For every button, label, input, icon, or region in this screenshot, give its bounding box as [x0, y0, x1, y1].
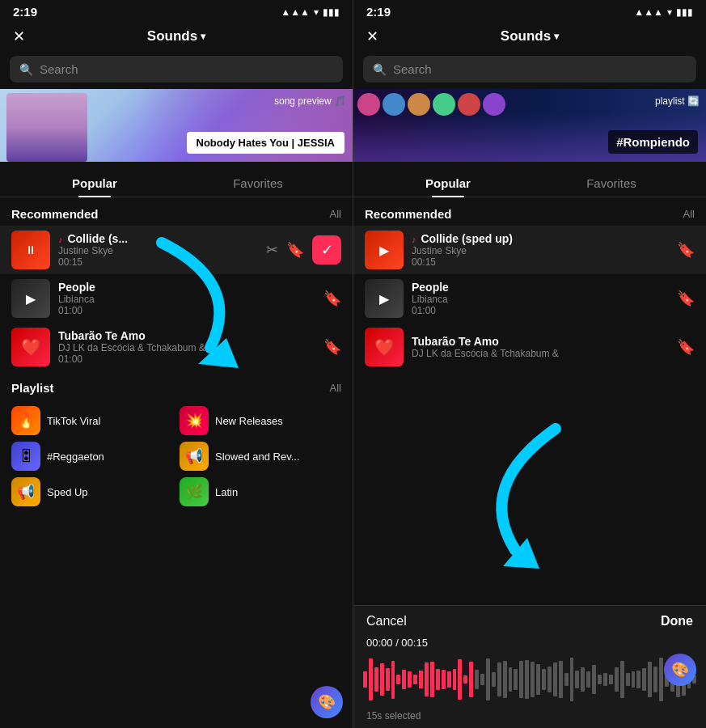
- left-banner[interactable]: song preview 🎵 Nobody Hates You | JESSIA: [0, 89, 353, 162]
- left-tab-popular[interactable]: Popular: [13, 168, 176, 197]
- left-collide-info: ♪ Collide (s... Justine Skye 00:15: [58, 232, 258, 268]
- left-playlist-icon-sped: 📢: [11, 477, 40, 506]
- left-close-button[interactable]: ✕: [13, 28, 25, 45]
- left-thumb-people: ▶: [11, 279, 50, 318]
- right-play-icon-people: ▶: [379, 291, 389, 307]
- right-collide-name: ♪ Collide (sped up): [412, 232, 669, 245]
- right-thumb-tubarao: ❤️: [365, 328, 404, 366]
- right-waveform[interactable]: [353, 655, 706, 704]
- left-playlist-all[interactable]: All: [330, 382, 341, 394]
- right-note-icon: ♪: [412, 235, 416, 244]
- right-editor-controls: Cancel Done: [353, 606, 706, 633]
- right-song-collide[interactable]: ▶ ♪ Collide (sped up) Justine Skye 00:15…: [353, 226, 706, 274]
- left-note-icon: ♪: [58, 235, 63, 244]
- left-bottom-avatar[interactable]: 🎨: [311, 686, 343, 718]
- left-playlist-tiktok[interactable]: 🔥 TikTok Viral: [11, 406, 173, 435]
- left-playlist-name-latin: Latin: [215, 486, 238, 498]
- right-bookmark-collide[interactable]: 🔖: [677, 241, 695, 259]
- left-search-icon: 🔍: [19, 63, 33, 76]
- right-close-button[interactable]: ✕: [366, 28, 378, 45]
- left-recommended-title: Recommended: [11, 207, 99, 221]
- right-bookmark-people[interactable]: 🔖: [677, 290, 695, 307]
- left-people-duration: 01:00: [58, 305, 315, 316]
- left-search-input[interactable]: Search: [40, 62, 78, 76]
- right-song-people[interactable]: ▶ People Libianca 01:00 🔖: [353, 274, 706, 323]
- right-header: ✕ Sounds ▾: [353, 22, 706, 51]
- left-playlist-slowed[interactable]: 📢 Slowed and Rev...: [180, 442, 341, 471]
- left-playlist-name-slowed: Slowed and Rev...: [215, 451, 300, 463]
- right-people-info: People Libianca 01:00: [412, 281, 669, 316]
- right-done-button[interactable]: Done: [661, 614, 693, 629]
- left-check-button[interactable]: ✓: [312, 235, 341, 265]
- left-thumb-collide: ⏸: [11, 231, 50, 269]
- right-tubarao-info: Tubarão Te Amo DJ LK da Escócia & Tchaka…: [412, 335, 669, 359]
- left-playlist-spedup[interactable]: 📢 Sped Up: [11, 477, 173, 506]
- right-recommended-header: Recommended All: [353, 197, 706, 226]
- right-thumb-people: ▶: [365, 279, 404, 318]
- left-tabs: Popular Favorites: [0, 168, 353, 197]
- wifi-icon: ▾: [314, 6, 319, 18]
- right-signal-icon: ▲▲▲: [634, 6, 663, 18]
- right-battery-icon: ▮▮▮: [676, 6, 693, 18]
- right-panel: 2:19 ▲▲▲ ▾ ▮▮▮ ✕ Sounds ▾ 🔍 Search: [353, 0, 706, 728]
- left-bookmark-tubarao[interactable]: 🔖: [323, 338, 341, 356]
- right-play-icon-collide: ▶: [379, 243, 389, 258]
- left-thumb-tubarao: ❤️: [11, 328, 50, 366]
- right-audio-editor: Cancel Done 00:00 / 00:15 15s selected: [353, 605, 706, 728]
- left-collide-artist: Justine Skye: [58, 245, 258, 256]
- left-playlist-newreleases[interactable]: 💥 New Releases: [180, 406, 341, 435]
- left-collide-actions: ✂ 🔖 ✓: [266, 235, 341, 265]
- right-people-actions: 🔖: [677, 290, 695, 307]
- left-bookmark-people[interactable]: 🔖: [323, 290, 341, 307]
- left-playlist-name-reggaeton: #Reggaeton: [47, 451, 104, 463]
- left-collide-duration: 00:15: [58, 256, 258, 268]
- left-people-name: People: [58, 281, 315, 294]
- right-header-title: Sounds ▾: [501, 28, 559, 44]
- right-editor-time: 00:00 / 00:15: [353, 633, 706, 652]
- right-tubarao-actions: 🔖: [677, 338, 695, 356]
- left-playlist-icon-star: 💥: [180, 406, 209, 435]
- left-playlist-grid: 🔥 TikTok Viral 💥 New Releases 🎛 #Reggaet…: [11, 406, 341, 506]
- left-tab-favorites[interactable]: Favorites: [176, 168, 340, 197]
- right-status-bar: 2:19 ▲▲▲ ▾ ▮▮▮: [353, 0, 706, 22]
- left-banner-song: Nobody Hates You | JESSIA: [187, 132, 345, 154]
- left-playlist-icon-latin: 🌿: [180, 477, 209, 506]
- left-song-tubarao[interactable]: ❤️ Tubarão Te Amo DJ LK da Escócia & Tch…: [0, 323, 353, 371]
- right-collide-duration: 00:15: [412, 256, 669, 268]
- left-banner-image: song preview 🎵 Nobody Hates You | JESSIA: [0, 89, 353, 162]
- right-search-bar[interactable]: 🔍 Search: [363, 56, 696, 83]
- right-cancel-button[interactable]: Cancel: [366, 614, 407, 629]
- right-banner[interactable]: playlist 🔄 #Rompiendo: [353, 89, 706, 162]
- left-playlist-name-newreleases: New Releases: [215, 415, 283, 427]
- left-status-time: 2:19: [13, 5, 37, 19]
- right-bottom-avatar[interactable]: 🎨: [664, 654, 696, 686]
- left-bookmark-icon[interactable]: 🔖: [286, 241, 304, 259]
- right-banner-image: playlist 🔄 #Rompiendo: [353, 89, 706, 162]
- left-song-people[interactable]: ▶ People Libianca 01:00 🔖: [0, 274, 353, 323]
- right-chevron-icon: ▾: [554, 31, 559, 42]
- right-tubarao-name: Tubarão Te Amo: [412, 335, 669, 348]
- left-recommended-all[interactable]: All: [330, 208, 341, 220]
- right-waveform-inner: [353, 658, 706, 701]
- right-tab-popular[interactable]: Popular: [366, 168, 530, 197]
- left-song-collide[interactable]: ⏸ ♪ Collide (s... Justine Skye 00:15 ✂ 🔖…: [0, 226, 353, 274]
- left-scissors-icon[interactable]: ✂: [266, 241, 278, 259]
- right-collide-artist: Justine Skye: [412, 245, 669, 256]
- left-people-info: People Libianca 01:00: [58, 281, 315, 316]
- left-tubarao-actions: 🔖: [323, 338, 341, 356]
- right-banner-group: playlist 🔄 #Rompiendo: [353, 89, 706, 162]
- right-search-input[interactable]: Search: [393, 62, 432, 76]
- right-collide-actions: 🔖: [677, 241, 695, 259]
- left-playlist-name-tiktok: TikTok Viral: [47, 415, 100, 427]
- right-thumb-collide: ▶: [365, 231, 404, 269]
- right-song-tubarao[interactable]: ❤️ Tubarão Te Amo DJ LK da Escócia & Tch…: [353, 323, 706, 371]
- right-bookmark-tubarao[interactable]: 🔖: [677, 338, 695, 356]
- right-tab-favorites[interactable]: Favorites: [530, 168, 693, 197]
- left-playlist-latin[interactable]: 🌿 Latin: [180, 477, 341, 506]
- left-tubarao-info: Tubarão Te Amo DJ LK da Escócia & Tchaka…: [58, 329, 315, 365]
- left-search-bar[interactable]: 🔍 Search: [10, 56, 343, 83]
- left-playlist-reggaeton[interactable]: 🎛 #Reggaeton: [11, 442, 173, 471]
- right-recommended-all[interactable]: All: [683, 208, 695, 220]
- left-tubarao-artist: DJ LK da Escócia & Tchakabum &...: [58, 342, 315, 353]
- right-banner-label: playlist 🔄: [655, 95, 700, 107]
